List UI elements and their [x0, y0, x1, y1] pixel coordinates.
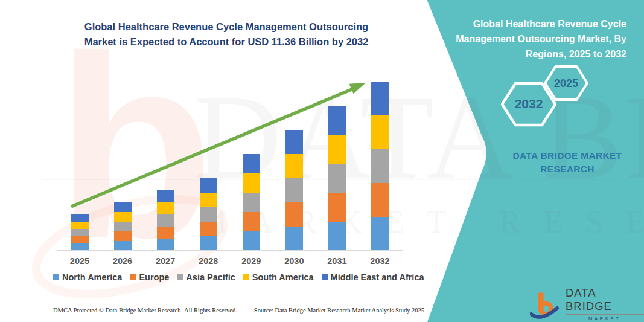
legend-item-europe: Europe: [130, 272, 169, 282]
bar-segment-asia-pacific: [200, 207, 217, 222]
badge-2032-label: 2032: [515, 97, 543, 111]
legend-label: South America: [252, 272, 314, 282]
bar-segment-south-america: [243, 173, 260, 193]
bar-2030: [285, 130, 303, 251]
bar-2029: [243, 154, 260, 251]
bar-segment-middle-east-and-africa: [285, 130, 303, 154]
source-note: Source: Data Bridge Market Research Mark…: [254, 307, 424, 314]
chart-legend: North AmericaEuropeAsia PacificSouth Ame…: [53, 272, 415, 282]
x-axis-label-2027: 2027: [144, 256, 187, 266]
infographic-page: b DATA BRIDGE MARKET RESEARCH Global Hea…: [0, 0, 644, 322]
legend-swatch: [130, 274, 136, 280]
bar-segment-middle-east-and-africa: [243, 154, 260, 173]
bar-segment-europe: [114, 231, 132, 241]
legend-swatch: [243, 274, 249, 280]
bar-segment-middle-east-and-africa: [114, 202, 132, 212]
panel-title: Global Healthcare Revenue Cycle Manageme…: [427, 17, 626, 62]
legend-item-middle-east-and-africa: Middle East and Africa: [322, 272, 424, 282]
bar-segment-north-america: [285, 227, 303, 251]
x-axis-label-2031: 2031: [316, 256, 358, 266]
bar-segment-middle-east-and-africa: [157, 190, 174, 202]
legend-swatch: [53, 274, 59, 280]
legend-item-asia-pacific: Asia Pacific: [177, 272, 235, 282]
bar-2025: [71, 214, 89, 251]
bar-segment-europe: [371, 183, 389, 217]
bar-segment-asia-pacific: [243, 193, 260, 212]
bar-segment-europe: [200, 222, 217, 236]
legend-label: Middle East and Africa: [331, 272, 424, 282]
x-axis-label-2025: 2025: [59, 256, 101, 266]
x-axis-label-2029: 2029: [230, 256, 272, 266]
footer: DMCA Protected © Data Bridge Market Rese…: [53, 307, 424, 314]
bar-segment-north-america: [114, 241, 132, 251]
bar-segment-middle-east-and-africa: [328, 106, 346, 135]
legend-label: Asia Pacific: [186, 272, 235, 282]
brand-caption-line2: RESEARCH: [507, 163, 628, 176]
bar-2032: [371, 82, 389, 251]
year-badges: 2032 2025: [495, 60, 604, 130]
legend-label: Europe: [139, 272, 169, 282]
x-axis-label-2032: 2032: [359, 256, 401, 266]
logo-subtitle: MARKET RESEARCH: [566, 316, 644, 322]
bar-segment-north-america: [371, 217, 389, 251]
data-bridge-logo: DATA BRIDGE MARKET RESEARCH: [530, 286, 644, 322]
bar-segment-south-america: [371, 115, 389, 149]
bar-segment-north-america: [243, 231, 260, 251]
legend-swatch: [177, 274, 183, 280]
bar-segment-middle-east-and-africa: [371, 82, 389, 115]
bar-segment-south-america: [200, 193, 217, 207]
bar-2028: [200, 178, 217, 251]
bar-segment-north-america: [157, 239, 174, 251]
bar-segment-europe: [328, 193, 346, 222]
bar-segment-north-america: [200, 236, 217, 251]
bar-2031: [328, 106, 346, 251]
bar-segment-south-america: [328, 135, 346, 164]
x-axis-label-2028: 2028: [187, 256, 229, 266]
bar-segment-south-america: [157, 202, 174, 214]
legend-label: North America: [62, 272, 122, 282]
legend-swatch: [322, 274, 328, 280]
legend-item-north-america: North America: [53, 272, 122, 282]
data-bridge-logo-icon: [530, 291, 561, 322]
bar-segment-asia-pacific: [328, 164, 346, 193]
x-axis-label-2026: 2026: [101, 256, 144, 266]
dmca-notice: DMCA Protected © Data Bridge Market Rese…: [53, 307, 237, 314]
bar-segment-asia-pacific: [71, 229, 89, 236]
bar-segment-middle-east-and-africa: [200, 178, 217, 193]
bar-segment-europe: [71, 236, 89, 243]
bar-segment-europe: [285, 202, 303, 227]
bar-2026: [114, 202, 132, 251]
bar-segment-south-america: [285, 154, 303, 178]
bar-segment-asia-pacific: [371, 149, 389, 183]
brand-caption: DATA BRIDGE MARKET RESEARCH: [507, 149, 628, 175]
bar-segment-middle-east-and-africa: [71, 214, 89, 222]
brand-caption-line1: DATA BRIDGE MARKET: [507, 149, 628, 163]
x-axis-line: [57, 250, 403, 251]
bar-segment-asia-pacific: [285, 178, 303, 202]
bar-segment-north-america: [328, 222, 346, 251]
x-axis-label-2030: 2030: [273, 256, 315, 266]
bar-segment-asia-pacific: [114, 222, 132, 231]
logo-name: DATA BRIDGE: [566, 286, 644, 315]
bar-2027: [157, 190, 174, 251]
bar-segment-south-america: [71, 222, 89, 229]
bar-segment-europe: [157, 227, 174, 239]
bar-segment-south-america: [114, 212, 132, 222]
logo-text: DATA BRIDGE MARKET RESEARCH: [566, 286, 644, 322]
legend-item-south-america: South America: [243, 272, 314, 282]
badge-2025-label: 2025: [554, 77, 578, 89]
bar-segment-europe: [243, 212, 260, 231]
bar-segment-asia-pacific: [157, 214, 174, 227]
